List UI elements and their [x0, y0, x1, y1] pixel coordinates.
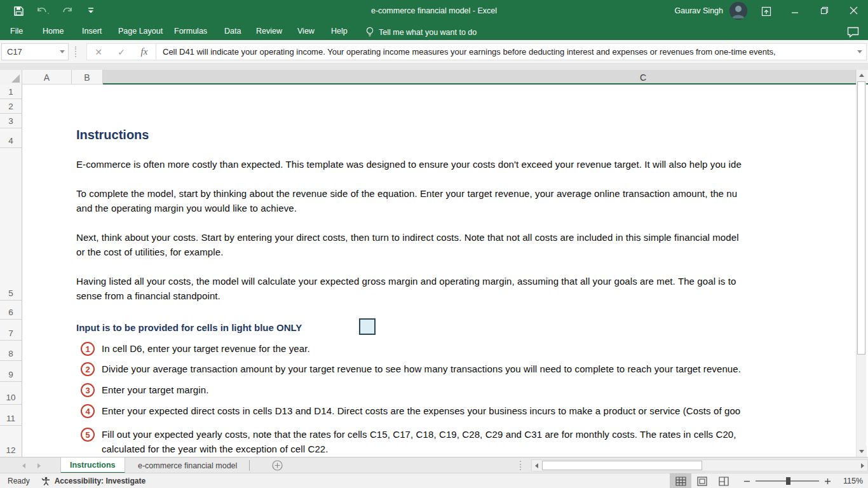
vertical-scrollbar-thumb[interactable]	[857, 81, 865, 355]
tab-file[interactable]: File	[10, 23, 23, 41]
accessibility-checker-button[interactable]: Accessibility: Investigate	[41, 477, 146, 486]
arrow-left-icon	[22, 463, 25, 468]
tab-bar-splitter[interactable]	[520, 461, 521, 470]
zoom-in-button[interactable]	[824, 478, 831, 485]
zoom-slider-handle[interactable]	[786, 477, 790, 485]
normal-view-button[interactable]	[670, 473, 691, 488]
page-layout-view-button[interactable]	[691, 473, 713, 488]
zoom-out-button[interactable]	[743, 478, 750, 485]
arrow-left-icon	[535, 463, 538, 468]
feedback-button[interactable]	[845, 25, 860, 39]
tab-help[interactable]: Help	[331, 23, 348, 41]
paragraph-line: E-commerce is often more costly than exp…	[76, 159, 742, 170]
new-sheet-button[interactable]	[271, 459, 284, 472]
row-header[interactable]: 1	[0, 85, 22, 99]
normal-view-icon	[675, 477, 686, 486]
account-area[interactable]: Gaurav Singh	[675, 2, 747, 20]
name-box[interactable]: C17	[1, 43, 69, 60]
zoom-slider[interactable]	[756, 480, 819, 482]
step-number-badge: 1	[81, 342, 95, 356]
paragraph-line: Having listed all your costs, the model …	[76, 276, 736, 287]
minimize-icon	[791, 7, 799, 15]
formula-text: Cell D41 will indicate your operating in…	[156, 47, 853, 57]
row-header[interactable]: 5	[0, 148, 22, 301]
formula-input[interactable]: Cell D41 will indicate your operating in…	[156, 43, 867, 60]
column-header-c[interactable]: C	[103, 70, 856, 85]
window-controls	[780, 0, 868, 21]
column-header-row: A B C	[0, 70, 868, 85]
row-header[interactable]: 6	[0, 301, 22, 320]
horizontal-scrollbar-thumb[interactable]	[542, 461, 702, 470]
status-bar: Ready Accessibility: Investigate	[0, 473, 868, 488]
sheet-nav-prev-button[interactable]	[17, 458, 31, 473]
row-header[interactable]: 3	[0, 114, 22, 128]
row-header[interactable]: 9	[0, 361, 22, 382]
tab-page-layout[interactable]: Page Layout	[118, 23, 163, 41]
enter-button[interactable]: ✓	[110, 44, 133, 60]
paragraph-line: and the operating margin you would like …	[76, 203, 297, 214]
tab-insert[interactable]: Insert	[82, 23, 102, 41]
row-header[interactable]: 10	[0, 382, 22, 405]
arrow-right-icon	[37, 463, 41, 468]
row-header[interactable]: 11	[0, 405, 22, 426]
speech-bubble-icon	[847, 27, 859, 37]
formula-bar-splitter[interactable]	[75, 46, 76, 57]
row-header[interactable]: 2	[0, 99, 22, 114]
expand-formula-bar-button[interactable]	[853, 50, 866, 53]
circle-plus-icon	[272, 460, 283, 471]
worksheet-area[interactable]: 1 2 3 4 5 6 7 8 9 10 11 12 Instructions …	[0, 85, 856, 457]
restore-button[interactable]	[810, 0, 839, 21]
page-break-preview-button[interactable]	[713, 473, 735, 488]
tab-data[interactable]: Data	[224, 23, 241, 41]
arrow-right-icon	[861, 463, 864, 468]
vertical-scrollbar[interactable]	[856, 70, 866, 457]
tab-formulas[interactable]: Formulas	[174, 23, 207, 41]
page-layout-icon	[697, 477, 707, 486]
column-header-b[interactable]: B	[72, 70, 103, 85]
tell-me-box[interactable]: Tell me what you want to do	[366, 23, 477, 43]
minimize-button[interactable]	[780, 0, 810, 21]
step-number-badge: 4	[81, 404, 95, 418]
avatar[interactable]	[729, 2, 747, 20]
title-bar: e-commerce financial model - Excel Gaura…	[0, 0, 868, 23]
paragraph-line: To complete the model, start by thinking…	[76, 188, 737, 199]
row-header[interactable]: 12	[0, 426, 22, 457]
horizontal-scrollbar[interactable]	[531, 459, 868, 471]
column-header-a[interactable]: A	[22, 70, 72, 85]
select-all-triangle-icon	[11, 74, 20, 83]
scroll-right-button[interactable]	[858, 460, 867, 471]
row-header[interactable]: 4	[0, 128, 22, 148]
close-button[interactable]	[839, 0, 868, 21]
page-title: Instructions	[76, 128, 149, 142]
step-text: calculated for the year with the excepti…	[102, 444, 329, 454]
step-number-badge: 3	[81, 383, 95, 397]
name-box-value: C17	[2, 47, 57, 57]
step-text: Enter your expected direct costs in cell…	[102, 405, 740, 416]
sheet-tab-ecommerce-model[interactable]: e-commerce financial model	[129, 458, 246, 473]
cancel-button[interactable]: ✕	[87, 44, 110, 60]
scroll-down-button[interactable]	[857, 446, 867, 457]
sheet-nav-next-button[interactable]	[32, 458, 46, 473]
sheet-tab-instructions[interactable]: Instructions	[60, 458, 125, 473]
sheet-tab-bar: Instructions e-commerce financial model	[0, 457, 868, 473]
row-header[interactable]: 7	[0, 320, 22, 341]
excel-window: e-commerce financial model - Excel Gaura…	[0, 0, 868, 488]
zoom-controls: 115%	[743, 477, 863, 485]
chevron-down-icon	[60, 50, 65, 53]
tab-view[interactable]: View	[297, 23, 315, 41]
chevron-down-icon	[857, 50, 862, 53]
avatar-photo-icon	[729, 2, 747, 20]
insert-function-button[interactable]: fx	[133, 44, 156, 60]
row-header[interactable]: 8	[0, 341, 22, 361]
select-all-button[interactable]	[0, 70, 22, 85]
zoom-level[interactable]: 115%	[836, 477, 863, 485]
scroll-left-button[interactable]	[532, 460, 541, 471]
ribbon-display-options-button[interactable]	[759, 4, 774, 19]
scroll-up-button[interactable]	[857, 70, 867, 81]
tab-home[interactable]: Home	[43, 23, 64, 41]
step-number-badge: 2	[81, 362, 95, 376]
user-name: Gaurav Singh	[675, 6, 723, 15]
tab-review[interactable]: Review	[256, 23, 282, 41]
name-box-dropdown[interactable]	[57, 44, 68, 60]
arrow-up-icon	[859, 74, 864, 77]
